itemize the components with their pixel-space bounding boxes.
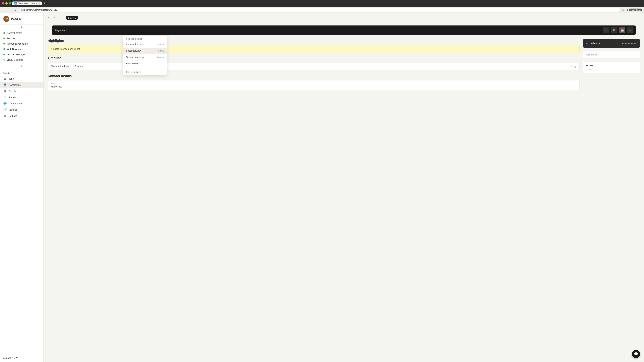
sidebar-item-candidates[interactable]: 👤 Candidates: [0, 82, 44, 88]
new-tab-button[interactable]: +: [42, 2, 46, 5]
contact-name-row: Name Marie Tess: [48, 80, 580, 90]
email-button[interactable]: ✉: [611, 27, 617, 33]
toolbar-close-button[interactable]: ×: [48, 16, 50, 19]
tab-favicon: H: [14, 2, 17, 4]
calendar-button[interactable]: 📅: [619, 27, 625, 33]
stage-select-button[interactable]: Stage: New ▾: [54, 29, 599, 32]
more-options-button[interactable]: •••: [627, 27, 633, 33]
dropdown-item-intro-call[interactable]: Introduction call 15 min: [123, 41, 167, 48]
warning-text: No data retention period set: [51, 48, 80, 50]
scroll-up-btn[interactable]: ▲: [0, 25, 44, 29]
tab-bar: H Candidates · Homerun × +: [12, 1, 642, 5]
timeline-item-text: Shane added Marie to Teacher: [51, 65, 83, 67]
address-bar-row: ← → ↻ ☆ ⊡ Incognito (2): [0, 7, 644, 13]
brand-chevron-icon[interactable]: ▾: [24, 18, 24, 20]
main-content: × ↑ ↓ 2 of 15 Stage: New ▾ — ✉ 📅 ••• CRE…: [44, 13, 644, 362]
chat-icon: 💬: [634, 352, 638, 356]
edit-templates-label: Edit templates: [126, 71, 141, 73]
homerun-logo-text: HOMERUN: [3, 357, 40, 359]
notes-title: notes: [586, 64, 637, 67]
sidebar-item-todos[interactable]: ☑ To-dos: [0, 94, 44, 100]
job-item-visual-designer[interactable]: Visual Designer: [0, 57, 44, 62]
browser-chrome: H Candidates · Homerun × +: [0, 0, 644, 7]
sidebar-item-events[interactable]: 📅 Events: [0, 88, 44, 94]
dropdown-item-second-interview[interactable]: Second interview 60 min: [123, 54, 167, 60]
window-close-btn[interactable]: [2, 2, 4, 4]
todos-icon: ☑: [3, 96, 7, 99]
toolbar-prev-button[interactable]: ↑: [52, 15, 56, 20]
todo-placeholder: Add a to-do: [586, 53, 598, 56]
job-item-teacher[interactable]: Teacher: [0, 36, 44, 41]
chat-bubble-button[interactable]: 💬: [632, 350, 640, 358]
settings-icon: ⚙: [3, 114, 7, 117]
reject-button[interactable]: —: [603, 27, 609, 33]
sidebar-item-candidates-label: Candidates: [9, 84, 21, 86]
contact-name-label: Name: [51, 82, 576, 85]
dropdown-item-first-interview[interactable]: First interview 45 min: [123, 48, 167, 54]
job-dot-marketing-associate: [3, 43, 5, 44]
user-avatar: MM: [3, 16, 10, 22]
job-list: Content Writer Teacher Marketing Associa…: [0, 29, 44, 64]
review-card: No review yet ★★★★★: [583, 39, 640, 48]
sidebar-item-events-label: Events: [9, 90, 16, 92]
insights-icon: 📈: [3, 108, 7, 111]
address-input[interactable]: [19, 8, 620, 12]
window-maximize-btn[interactable]: [9, 2, 11, 4]
tab-close-icon[interactable]: ×: [39, 2, 40, 4]
contact-name-value: Marie Tess: [51, 85, 576, 88]
notes-placeholder[interactable]: a note: [586, 68, 637, 71]
sidebar-item-insights[interactable]: 📈 Insights: [0, 107, 44, 113]
job-item-content-writer[interactable]: Content Writer: [0, 30, 44, 36]
job-label-web-developer: Web Developer: [7, 48, 23, 50]
sidebar-item-career-page-label: Career page: [9, 102, 22, 105]
sidebar-brand-label: Moodjoy: [11, 17, 22, 20]
back-button[interactable]: ←: [2, 8, 6, 11]
job-label-account-manager: Account Manager: [7, 53, 25, 56]
intro-call-label: Introduction call: [126, 43, 142, 46]
create-event-dropdown: CREATE EVENT Introduction call 15 min Fi…: [123, 35, 167, 75]
dropdown-item-edit-templates[interactable]: Edit templates: [123, 69, 167, 75]
scroll-down-btn[interactable]: ▼: [0, 64, 44, 68]
sidebar-item-jobs-label: Jobs: [9, 77, 14, 80]
window-minimize-btn[interactable]: [5, 2, 8, 4]
sidebar-header: MM Moodjoy ▾: [0, 13, 44, 25]
sidebar-item-jobs[interactable]: ☰ Jobs: [0, 76, 44, 82]
job-label-marketing-associate: Marketing Associate: [7, 42, 28, 45]
job-label-visual-designer: Visual Designer: [7, 58, 23, 61]
dropdown-item-empty-event[interactable]: Empty event: [123, 60, 167, 67]
review-label: No review yet: [586, 42, 600, 45]
window-controls: [2, 2, 11, 4]
dropdown-separator: [123, 68, 167, 68]
bookmark-icon[interactable]: ☆: [622, 8, 624, 11]
dropdown-header: CREATE EVENT: [123, 35, 167, 41]
candidate-counter: 2 of 15: [66, 16, 78, 20]
job-item-account-manager[interactable]: Account Manager: [0, 52, 44, 57]
sidebar-item-settings[interactable]: ⚙ Settings: [0, 113, 44, 119]
job-item-web-developer[interactable]: Web Developer: [0, 46, 44, 52]
right-panel: No review yet ★★★★★ Add a to-do notes a …: [583, 39, 640, 90]
jobs-icon: ☰: [3, 77, 7, 80]
org-chevron-icon: ▾: [12, 72, 14, 74]
forward-button[interactable]: →: [8, 8, 12, 11]
job-dot-teacher: [3, 37, 5, 39]
job-item-marketing-associate[interactable]: Marketing Associate: [0, 41, 44, 46]
first-interview-label: First interview: [126, 49, 140, 52]
career-page-icon: 🌐: [3, 102, 7, 105]
star-rating[interactable]: ★★★★★: [622, 41, 636, 45]
org-label: Moodjoy ▾: [0, 70, 44, 76]
sidebar-nav: Moodjoy ▾ ☰ Jobs 👤 Candidates 📅 Events ☑…: [0, 68, 44, 121]
first-interview-duration: 45 min: [157, 50, 164, 52]
job-label-teacher: Teacher: [7, 37, 15, 40]
second-interview-label: Second interview: [126, 56, 144, 58]
sidebar-item-career-page[interactable]: 🌐 Career page: [0, 100, 44, 107]
job-dot-web-developer: [3, 48, 5, 50]
todo-card[interactable]: Add a to-do: [583, 51, 640, 59]
sidebar-toggle-icon[interactable]: ⊡: [626, 8, 628, 11]
active-tab[interactable]: H Candidates · Homerun ×: [12, 1, 42, 5]
second-interview-duration: 60 min: [157, 56, 164, 58]
toolbar-next-button[interactable]: ↓: [59, 15, 63, 20]
address-right-icons: ☆ ⊡ Incognito (2): [622, 8, 642, 11]
sidebar-item-todos-label: To-dos: [9, 96, 16, 99]
job-label-content-writer: Content Writer: [7, 32, 22, 34]
reload-button[interactable]: ↻: [14, 8, 18, 11]
